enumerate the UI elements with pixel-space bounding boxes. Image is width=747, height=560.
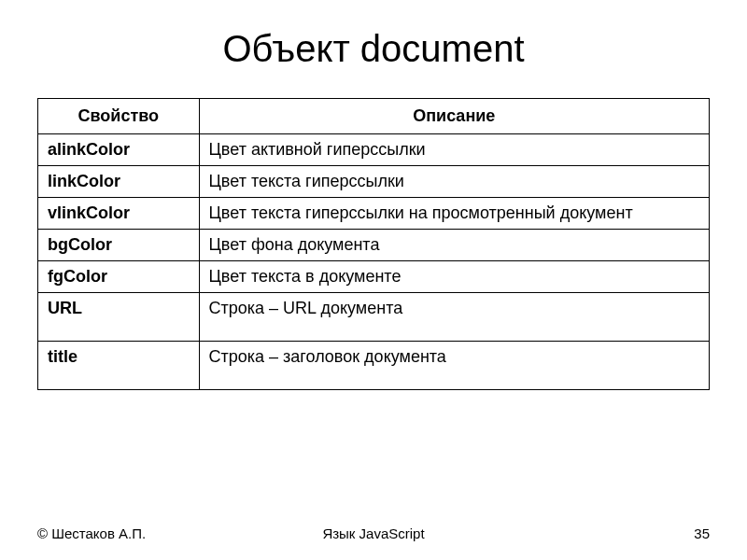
page-title: Объект document xyxy=(37,28,710,70)
cell-description: Цвет текста гиперссылки на просмотренный… xyxy=(199,198,709,230)
cell-property: fgColor xyxy=(38,261,200,293)
table-row: vlinkColor Цвет текста гиперссылки на пр… xyxy=(38,198,710,230)
properties-table: Свойство Описание alinkColor Цвет активн… xyxy=(37,98,710,390)
cell-property: bgColor xyxy=(38,230,200,261)
header-property: Свойство xyxy=(38,99,200,134)
footer-page-number: 35 xyxy=(486,525,710,541)
cell-description: Цвет текста гиперссылки xyxy=(199,166,709,198)
table-row: linkColor Цвет текста гиперссылки xyxy=(38,166,710,198)
table-row: alinkColor Цвет активной гиперссылки xyxy=(38,134,710,166)
slide: Объект document Свойство Описание alinkC… xyxy=(0,0,747,560)
cell-description: Цвет текста в документе xyxy=(199,261,709,293)
cell-description: Строка – заголовок документа xyxy=(199,342,709,390)
cell-description: Цвет активной гиперссылки xyxy=(199,134,709,166)
header-description: Описание xyxy=(199,99,709,134)
cell-property: vlinkColor xyxy=(38,198,200,230)
cell-property: title xyxy=(38,342,200,390)
cell-property: URL xyxy=(38,293,200,342)
cell-property: alinkColor xyxy=(38,134,200,166)
cell-description: Строка – URL документа xyxy=(199,293,709,342)
footer-author: © Шестаков А.П. xyxy=(37,525,261,541)
table-row: URL Строка – URL документа xyxy=(38,293,710,342)
slide-footer: © Шестаков А.П. Язык JavaScript 35 xyxy=(0,525,747,541)
cell-property: linkColor xyxy=(38,166,200,198)
table-row: title Строка – заголовок документа xyxy=(38,342,710,390)
table-header-row: Свойство Описание xyxy=(38,99,710,134)
footer-subject: Язык JavaScript xyxy=(261,525,486,541)
table-row: fgColor Цвет текста в документе xyxy=(38,261,710,293)
cell-description: Цвет фона документа xyxy=(199,230,709,261)
table-row: bgColor Цвет фона документа xyxy=(38,230,710,261)
